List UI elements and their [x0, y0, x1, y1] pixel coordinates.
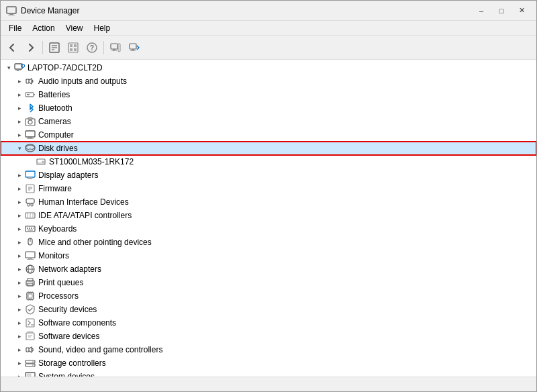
computer-icon	[14, 62, 25, 73]
tree-item-ide[interactable]: IDE ATA/ATAPI controllers	[1, 209, 536, 222]
tree-item-network[interactable]: Network adapters	[1, 262, 536, 276]
tree-item-audio[interactable]: Audio inputs and outputs	[1, 75, 536, 88]
svg-point-96	[32, 361, 34, 362]
network-expand-arrow[interactable]	[14, 264, 25, 275]
tree-item-mice[interactable]: Mice and other pointing devices	[1, 236, 536, 249]
toolbar: ?	[1, 36, 536, 60]
svg-rect-89	[26, 333, 34, 340]
svg-rect-11	[74, 48, 77, 51]
tree-item-firmware[interactable]: Firmware	[1, 182, 536, 195]
svg-rect-15	[113, 49, 115, 50]
root-expand-arrow[interactable]	[3, 62, 14, 73]
svg-rect-34	[28, 137, 32, 138]
menu-help[interactable]: Help	[89, 22, 116, 34]
system-expand-arrow[interactable]	[14, 371, 25, 377]
sound-expand-arrow[interactable]	[14, 344, 25, 355]
tree-item-computer[interactable]: Computer	[1, 128, 536, 142]
mice-expand-arrow[interactable]	[14, 237, 25, 248]
device-tree[interactable]: LAPTOP-7ADCLT2D Audio inputs and outputs	[1, 60, 536, 377]
batteries-expand-arrow[interactable]	[14, 89, 25, 100]
maximize-button[interactable]: □	[492, 4, 511, 17]
menu-file[interactable]: File	[3, 22, 27, 34]
tree-item-disk1[interactable]: ST1000LM035-1RK172	[1, 155, 536, 168]
processors-expand-arrow[interactable]	[14, 291, 25, 301]
firmware-expand-arrow[interactable]	[14, 183, 25, 194]
security-expand-arrow[interactable]	[14, 304, 25, 315]
display-expand-arrow[interactable]	[14, 170, 25, 181]
softwarecomp-expand-arrow[interactable]	[14, 317, 25, 328]
svg-point-41	[42, 161, 44, 163]
tree-item-processors[interactable]: Processors	[1, 289, 536, 303]
tree-item-hid[interactable]: Human Interface Devices	[1, 195, 536, 209]
tree-item-sound[interactable]: Sound, video and game controllers	[1, 343, 536, 356]
hid-expand-arrow[interactable]	[14, 197, 25, 207]
svg-rect-61	[28, 230, 33, 231]
svg-rect-60	[33, 228, 34, 229]
computer-expand-arrow[interactable]	[14, 130, 25, 140]
minimize-button[interactable]: –	[472, 4, 491, 17]
device-view-button[interactable]	[107, 39, 124, 56]
tree-item-monitors[interactable]: Monitors	[1, 249, 536, 262]
audio-label: Audio inputs and outputs	[38, 77, 127, 86]
ide-label: IDE ATA/ATAPI controllers	[38, 211, 132, 220]
svg-point-38	[29, 148, 32, 150]
root-label: LAPTOP-7ADCLT2D	[28, 63, 103, 72]
tree-item-system[interactable]: System devices	[1, 370, 536, 377]
keyboards-icon	[25, 224, 36, 234]
tree-item-softwarecomp[interactable]: Software components	[1, 316, 536, 330]
system-label: System devices	[38, 372, 95, 377]
svg-rect-0	[7, 7, 16, 13]
svg-rect-92	[28, 332, 33, 333]
cameras-icon	[25, 116, 36, 127]
tree-item-bluetooth[interactable]: Bluetooth	[1, 101, 536, 115]
tree-item-display[interactable]: Display adapters	[1, 168, 536, 182]
tree-item-diskdrives[interactable]: Disk drives	[1, 142, 536, 155]
svg-point-97	[32, 364, 34, 366]
properties-button[interactable]	[46, 39, 63, 56]
audio-expand-arrow[interactable]	[14, 76, 25, 87]
network-label: Network adapters	[38, 264, 101, 274]
tree-item-softwaredev[interactable]: Software devices	[1, 330, 536, 343]
forward-button[interactable]	[22, 39, 40, 56]
softwaredev-expand-arrow[interactable]	[14, 331, 25, 342]
ide-expand-arrow[interactable]	[14, 210, 25, 221]
security-icon	[25, 304, 36, 315]
monitors-expand-arrow[interactable]	[14, 250, 25, 261]
batteries-label: Batteries	[38, 90, 70, 99]
keyboards-expand-arrow[interactable]	[14, 224, 25, 234]
menu-view[interactable]: View	[60, 22, 89, 34]
monitors-icon	[25, 250, 36, 261]
content-area: LAPTOP-7ADCLT2D Audio inputs and outputs	[1, 60, 536, 377]
mice-label: Mice and other pointing devices	[38, 238, 152, 247]
tree-item-keyboards[interactable]: Keyboards	[1, 222, 536, 236]
svg-rect-1	[9, 13, 13, 15]
network-icon	[25, 264, 36, 275]
tree-root[interactable]: LAPTOP-7ADCLT2D	[1, 61, 536, 75]
svg-rect-26	[26, 79, 29, 83]
svg-rect-8	[70, 44, 72, 47]
cameras-expand-arrow[interactable]	[14, 116, 25, 127]
menu-action[interactable]: Action	[27, 22, 60, 34]
scan-button[interactable]	[126, 39, 143, 56]
print-expand-arrow[interactable]	[14, 277, 25, 288]
tree-item-security[interactable]: Security devices	[1, 303, 536, 316]
firmware-icon	[25, 183, 36, 194]
update-driver-button[interactable]	[64, 39, 82, 56]
storage-expand-arrow[interactable]	[14, 358, 25, 369]
tree-item-storage[interactable]: Storage controllers	[1, 356, 536, 370]
bluetooth-expand-arrow[interactable]	[14, 103, 25, 113]
back-button[interactable]	[3, 39, 21, 56]
batteries-icon	[25, 89, 36, 100]
cameras-label: Cameras	[38, 117, 71, 126]
tree-item-cameras[interactable]: Cameras	[1, 115, 536, 128]
svg-line-87	[28, 323, 30, 325]
status-bar	[1, 377, 536, 391]
close-button[interactable]: ✕	[512, 4, 531, 17]
diskdrives-expand-arrow[interactable]	[14, 143, 25, 154]
tree-item-batteries[interactable]: Batteries	[1, 88, 536, 101]
help-button[interactable]: ?	[83, 39, 101, 56]
tree-item-print[interactable]: Print queues	[1, 276, 536, 289]
bluetooth-icon	[25, 103, 36, 113]
svg-text:?: ?	[90, 44, 94, 52]
toolbar-sep-2	[103, 41, 104, 54]
